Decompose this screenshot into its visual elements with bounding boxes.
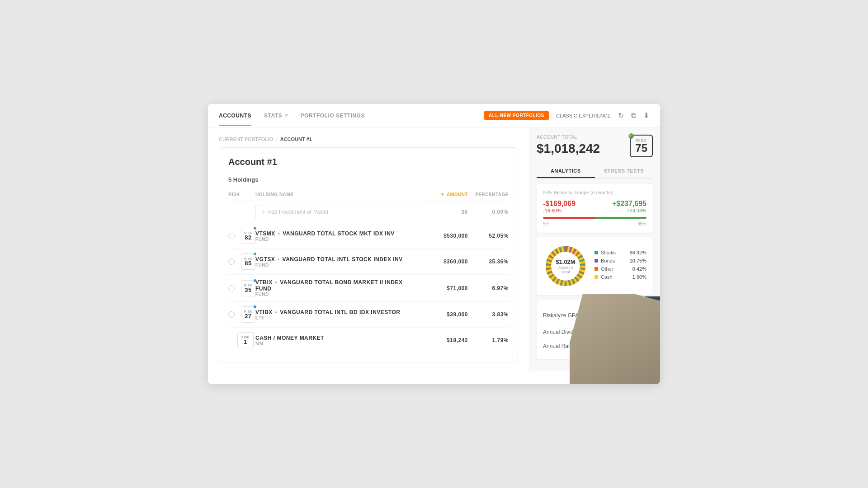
holdings-table: RISK HOLDING NAME ▼ AMOUNT PERCENTAGE + …: [228, 188, 509, 353]
holding-type-5: MM: [255, 341, 324, 346]
table-row: RISK 1 Cash / Money Market MM: [228, 328, 509, 353]
tab-portfolio-settings[interactable]: PORTFOLIO SETTINGS: [301, 105, 365, 126]
copy-icon[interactable]: ⧉: [631, 112, 636, 120]
risk-badge-4: RISK 27: [241, 306, 255, 323]
all-new-portfolios-button[interactable]: ALL-NEW PORTFOLIOS: [484, 111, 549, 120]
main-layout: CURRENT PORTFOLIO › ACCOUNT #1 Account #…: [208, 127, 660, 371]
help-button[interactable]: Help: [645, 296, 660, 313]
sort-down-icon: ▼: [440, 192, 445, 197]
table-row: RISK 27 VTIBX • V: [228, 302, 509, 328]
account-card: Account #1 5 Holdings RISK HOLDING NAME …: [219, 147, 518, 362]
holding-pct-4: 3.83%: [468, 311, 509, 318]
add-investment-row: + Add Investment or Model $0 0.00%: [228, 201, 509, 223]
holding-info-2: VGTSX • Vanguard Total Intl Stock Index …: [255, 256, 418, 267]
risk-badge-3: RISK 35: [241, 280, 255, 296]
holding-amount-3: $71,000: [418, 285, 468, 291]
holding-pct-3: 6.97%: [468, 285, 509, 291]
stats-card: Riskalyze GPA® 3.6 Annual Dividend 2.01%…: [537, 300, 653, 359]
holding-type-3: Fund: [255, 292, 418, 297]
help-buttons: Help 💬: [645, 296, 660, 330]
table-row: RISK 82 VTSMX • V: [228, 223, 509, 249]
holding-info-3: VTBIX • Vanguard Total Bond Market II In…: [255, 279, 418, 297]
holding-info-5: Cash / Money Market MM: [255, 335, 418, 346]
range-values: -$169,069 -16.60% +$237,695 +23.34%: [543, 200, 646, 213]
risk-badge-5: RISK 1: [237, 332, 254, 348]
range-bar: [543, 217, 646, 219]
holding-type-2: Fund: [255, 263, 403, 267]
legend-item-other: Other 0.42%: [594, 266, 646, 272]
risk-col-3: RISK 35: [228, 280, 255, 296]
risk-dot-2: [254, 253, 256, 255]
holding-type-1: Fund: [255, 237, 395, 242]
row-checkbox-2[interactable]: [228, 258, 235, 265]
risk-dot-3: [254, 279, 256, 282]
holding-name-1: VTSMX • Vanguard Total Stock Mkt Idx Inv: [255, 230, 395, 237]
range-negative: -$169,069 -16.60%: [543, 200, 576, 213]
row-checkbox-1[interactable]: [228, 233, 235, 239]
holding-amount-4: $39,000: [418, 311, 468, 318]
holding-info-1: VTSMX • Vanguard Total Stock Mkt Idx Inv…: [255, 230, 418, 242]
allocation-legend: Stocks 86.92% Bonds 10.75%: [594, 250, 646, 282]
holding-amount-5: $18,242: [418, 337, 468, 343]
tab-analytics[interactable]: ANALYTICS: [537, 164, 595, 178]
left-panel: CURRENT PORTFOLIO › ACCOUNT #1 Account #…: [208, 127, 529, 371]
refresh-icon[interactable]: ↻: [618, 111, 624, 120]
tab-stats[interactable]: STATS ↗: [264, 105, 288, 126]
add-row-pct: 0.00%: [468, 209, 509, 215]
historical-range-card: 95% Historical Range (6 months) -$169,06…: [537, 184, 653, 233]
stocks-dot: [594, 251, 598, 254]
add-investment-input[interactable]: + Add Investment or Model: [255, 205, 418, 219]
bonds-dot: [594, 259, 598, 263]
nav-tabs: ACCOUNTS STATS ↗ PORTFOLIO SETTINGS: [219, 105, 484, 126]
stat-row-gpa: Riskalyze GPA® 3.6: [543, 306, 646, 325]
table-row: RISK 35 VTBIX • V: [228, 275, 509, 302]
risk-dot-1: [254, 227, 256, 230]
breadcrumb: CURRENT PORTFOLIO › ACCOUNT #1: [219, 136, 518, 142]
risk-75-dot: [628, 133, 634, 139]
risk-badge-1: RISK 82: [241, 228, 255, 244]
risk-dot-4: [254, 305, 256, 308]
col-header-name: HOLDING NAME: [255, 192, 418, 197]
holding-pct-5: 1.79%: [468, 337, 509, 343]
table-row: RISK 85 VGTSX • V: [228, 249, 509, 275]
range-labels: 5% 95%: [543, 221, 646, 226]
top-navigation: ACCOUNTS STATS ↗ PORTFOLIO SETTINGS ALL-…: [208, 104, 660, 127]
cash-dot: [594, 275, 598, 279]
classic-experience-button[interactable]: CLASSIC EXPERIENCE: [556, 113, 611, 118]
legend-item-bonds: Bonds 10.75%: [594, 258, 646, 263]
risk-col-5: RISK 1: [228, 332, 255, 348]
donut-chart: $1.02M Account Total: [543, 244, 588, 289]
stat-row-range-midpoint: Annual Range Midpoint 6.74%: [543, 339, 646, 353]
allocation-card: $1.02M Account Total Stocks 86.92%: [537, 237, 653, 295]
download-icon[interactable]: ⬇: [643, 111, 649, 120]
row-checkbox-3[interactable]: [228, 285, 235, 291]
risk-col-2: RISK 85: [228, 253, 255, 270]
right-panel: ACCOUNT TOTAL $1,018,242 RISK 75 ANALYTI…: [529, 127, 660, 371]
external-link-icon: ↗: [284, 113, 288, 118]
row-checkbox-4[interactable]: [228, 311, 235, 318]
donut-section: $1.02M Account Total Stocks 86.92%: [543, 244, 646, 289]
holding-info-4: VTIBX • Vanguard Total Intl Bd Idx Inves…: [255, 309, 418, 320]
account-total-block: ACCOUNT TOTAL $1,018,242: [537, 135, 600, 156]
col-header-amount: ▼ AMOUNT: [418, 192, 468, 197]
tab-accounts[interactable]: ACCOUNTS: [219, 105, 251, 126]
holding-pct-1: 52.05%: [468, 233, 509, 239]
analytics-tabs: ANALYTICS STRESS TESTS: [537, 164, 653, 178]
legend-item-cash: Cash 1.90%: [594, 274, 646, 280]
holding-name-5: Cash / Money Market: [255, 335, 324, 341]
account-total-label: ACCOUNT TOTAL: [537, 135, 600, 140]
account-total-value: $1,018,242: [537, 141, 600, 156]
account-title: Account #1: [228, 157, 509, 167]
holdings-header: 5 Holdings: [228, 176, 509, 183]
chat-button[interactable]: 💬: [645, 314, 660, 330]
tab-stress-tests[interactable]: STRESS TESTS: [595, 164, 653, 178]
donut-center: $1.02M Account Total: [554, 258, 577, 274]
range-positive: +$237,695 +23.34%: [612, 200, 646, 213]
holding-name-2: VGTSX • Vanguard Total Intl Stock Index …: [255, 256, 403, 263]
risk-col-1: RISK 82: [228, 228, 255, 244]
account-total-section: ACCOUNT TOTAL $1,018,242 RISK 75: [537, 135, 653, 157]
holding-amount-1: $530,000: [418, 233, 468, 239]
risk-col-4: RISK 27: [228, 306, 255, 323]
holding-type-4: ETF: [255, 315, 400, 320]
historical-range-title: 95% Historical Range (6 months): [543, 190, 646, 195]
